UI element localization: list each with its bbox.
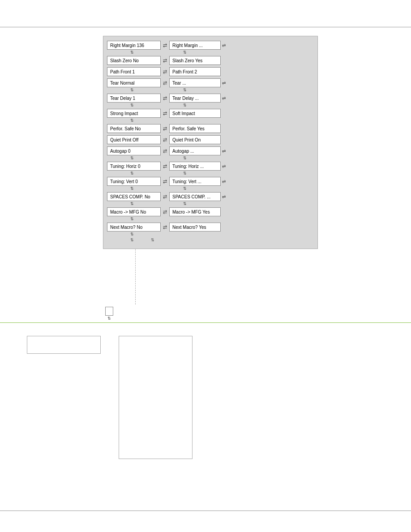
right-box-tuning-vert[interactable]: Tuning: Vert ... (169, 177, 221, 186)
panel-bottom-arrows: ⇅ ⇅ (130, 238, 314, 242)
right-box-impact[interactable]: Soft Impact (169, 109, 221, 118)
lower-right-box (119, 336, 193, 459)
lower-section (27, 336, 193, 459)
diagram-panel: Right Margin 136⇄Right Margin ...⇄⇅⇅Slas… (103, 36, 318, 249)
row-macro-mfg: Macro -> MFG No⇄Macro -> MFG Yes⇅ (107, 207, 314, 221)
right-box-perfor-safe[interactable]: Perfor. Safe Yes (169, 124, 221, 133)
row-autogap: Autogap 0⇄Autogap ...⇄⇅⇅ (107, 146, 314, 160)
row-next-macro: Next Macro? No⇄Next Macro? Yes⇅ (107, 223, 314, 236)
connector-icon-path-front: ⇄ (163, 69, 167, 75)
left-box-slash-zero[interactable]: Slash Zero No (107, 56, 161, 65)
right-box-quiet-print[interactable]: Quiet Print On (169, 135, 221, 144)
left-box-perfor-safe[interactable]: Perfor. Safe No (107, 124, 161, 133)
connector-arrows-impact: ⇅ (107, 118, 314, 123)
right-extra-arrows-spaces-comp: ⇄ (222, 194, 226, 199)
config-arrows-below: ⇅ (107, 316, 111, 321)
footer-rule (0, 511, 411, 511)
row-quiet-print: Quiet Print Off⇄Quiet Print On (107, 135, 314, 146)
left-box-right-margin[interactable]: Right Margin 136 (107, 41, 161, 50)
right-box-right-margin[interactable]: Right Margin ... (169, 41, 221, 50)
right-box-spaces-comp[interactable]: SPACES COMP. ... (169, 192, 221, 201)
left-box-tear-normal[interactable]: Tear Normal (107, 78, 161, 87)
right-extra-arrows-right-margin: ⇄ (222, 43, 226, 48)
connector-arrows-tear-normal: ⇅⇅ (107, 88, 314, 92)
left-box-next-macro[interactable]: Next Macro? No (107, 223, 161, 232)
connector-arrows-spaces-comp: ⇅⇅ (107, 202, 314, 206)
row-perfor-safe: Perfor. Safe No⇄Perfor. Safe Yes (107, 124, 314, 135)
row-right-margin: Right Margin 136⇄Right Margin ...⇄⇅⇅ (107, 41, 314, 55)
right-extra-arrows-tear-delay: ⇄ (222, 96, 226, 101)
row-tear-normal: Tear Normal⇄Tear ...⇄⇅⇅ (107, 78, 314, 92)
left-box-path-front[interactable]: Path Front 1 (107, 67, 161, 76)
right-box-path-front[interactable]: Path Front 2 (169, 67, 221, 76)
connector-arrows-right-margin: ⇅⇅ (107, 50, 314, 55)
right-box-next-macro[interactable]: Next Macro? Yes (169, 223, 221, 232)
connector-arrows-tear-delay: ⇅⇅ (107, 103, 314, 107)
row-tuning-horiz: Tuning: Horiz 0⇄Tuning: Horiz ...⇄⇅⇅ (107, 162, 314, 176)
left-box-tear-delay[interactable]: Tear Delay 1 (107, 94, 161, 103)
connector-icon-tear-normal: ⇄ (163, 80, 167, 86)
connector-arrows-tuning-horiz: ⇅⇅ (107, 171, 314, 176)
right-box-slash-zero[interactable]: Slash Zero Yes (169, 56, 221, 65)
right-box-autogap[interactable]: Autogap ... (169, 146, 221, 155)
bottom-rule (0, 322, 411, 323)
left-box-autogap[interactable]: Autogap 0 (107, 146, 161, 155)
left-box-impact[interactable]: Strong Impact (107, 109, 161, 118)
left-box-tuning-horiz[interactable]: Tuning: Horiz 0 (107, 162, 161, 171)
lower-left-box (27, 336, 101, 354)
left-box-macro-mfg[interactable]: Macro -> MFG No (107, 207, 161, 216)
config-menu-no-box[interactable] (105, 307, 113, 316)
right-extra-arrows-tear-normal: ⇄ (222, 81, 226, 86)
row-tear-delay: Tear Delay 1⇄Tear Delay ...⇄⇅⇅ (107, 94, 314, 107)
config-box-wrapper: ⇅ (105, 307, 113, 321)
connector-icon-next-macro: ⇄ (163, 224, 167, 230)
right-box-tear-normal[interactable]: Tear ... (169, 78, 221, 87)
connector-arrows-autogap: ⇅⇅ (107, 156, 314, 160)
connector-icon-tuning-vert: ⇄ (163, 179, 167, 184)
connector-icon-spaces-comp: ⇄ (163, 194, 167, 200)
connector-icon-tear-delay: ⇄ (163, 95, 167, 101)
right-box-tuning-horiz[interactable]: Tuning: Horiz ... (169, 162, 221, 171)
connector-arrows-tuning-vert: ⇅⇅ (107, 186, 314, 191)
left-box-spaces-comp[interactable]: SPACES COMP. No (107, 192, 161, 201)
row-slash-zero: Slash Zero No⇄Slash Zero Yes (107, 56, 314, 67)
connector-icon-tuning-horiz: ⇄ (163, 163, 167, 169)
connector-arrows-macro-mfg: ⇅ (107, 217, 314, 221)
top-rule (0, 27, 411, 27)
right-box-macro-mfg[interactable]: Macro -> MFG Yes (169, 207, 221, 216)
row-spaces-comp: SPACES COMP. No⇄SPACES COMP. ...⇄⇅⇅ (107, 192, 314, 206)
connector-arrows-next-macro: ⇅ (107, 232, 314, 236)
connector-icon-autogap: ⇄ (163, 148, 167, 154)
right-extra-arrows-tuning-vert: ⇄ (222, 179, 226, 184)
connector-icon-slash-zero: ⇄ (163, 58, 167, 64)
connector-icon-right-margin: ⇄ (163, 43, 167, 48)
left-box-quiet-print[interactable]: Quiet Print Off (107, 135, 161, 144)
row-tuning-vert: Tuning: Vert 0⇄Tuning: Vert ...⇄⇅⇅ (107, 177, 314, 191)
right-box-tear-delay[interactable]: Tear Delay ... (169, 94, 221, 103)
connector-icon-quiet-print: ⇄ (163, 137, 167, 143)
row-impact: Strong Impact⇄Soft Impact⇅ (107, 109, 314, 123)
row-path-front: Path Front 1⇄Path Front 2 (107, 67, 314, 78)
left-box-tuning-vert[interactable]: Tuning: Vert 0 (107, 177, 161, 186)
right-extra-arrows-autogap: ⇄ (222, 149, 226, 154)
connector-icon-impact: ⇄ (163, 111, 167, 116)
connector-icon-perfor-safe: ⇄ (163, 126, 167, 132)
right-extra-arrows-tuning-horiz: ⇄ (222, 164, 226, 169)
connector-icon-macro-mfg: ⇄ (163, 209, 167, 215)
